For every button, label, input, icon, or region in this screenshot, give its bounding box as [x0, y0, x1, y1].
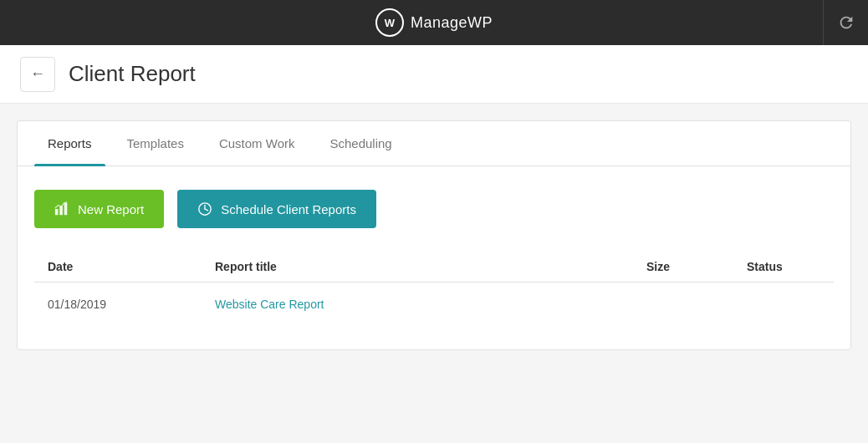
svg-line-7	[205, 209, 208, 211]
page-header: ← Client Report	[0, 45, 868, 104]
table-header-row: Date Report title Size Status	[34, 252, 834, 283]
tabs-bar: Reports Templates Custom Work Scheduling	[18, 121, 850, 166]
chart-icon	[54, 201, 69, 216]
cell-date: 01/18/2019	[34, 283, 202, 327]
managewp-logo-icon: W	[375, 8, 404, 37]
svg-rect-2	[55, 209, 59, 215]
page-title: Client Report	[69, 61, 196, 87]
navbar: W ManageWP	[0, 0, 868, 45]
cell-title: Website Care Report	[202, 283, 633, 327]
logo-text: ManageWP	[411, 14, 493, 32]
tab-content-reports: New Report Schedule Client Reports Date	[18, 166, 850, 349]
new-report-label: New Report	[78, 202, 144, 216]
clock-icon	[197, 201, 212, 216]
action-buttons: New Report Schedule Client Reports	[34, 190, 834, 228]
refresh-icon	[837, 13, 855, 32]
back-arrow-icon: ←	[30, 65, 45, 83]
tab-custom-work[interactable]: Custom Work	[206, 121, 309, 165]
content-card: Reports Templates Custom Work Scheduling…	[17, 120, 851, 350]
logo: W ManageWP	[375, 8, 493, 37]
svg-rect-4	[64, 203, 68, 215]
col-header-status: Status	[733, 252, 834, 283]
reports-table: Date Report title Size Status 01/18/2019…	[34, 252, 834, 326]
tab-scheduling[interactable]: Scheduling	[316, 121, 405, 165]
cell-status	[733, 283, 834, 327]
schedule-button[interactable]: Schedule Client Reports	[177, 190, 376, 228]
refresh-button[interactable]	[823, 0, 868, 45]
report-link[interactable]: Website Care Report	[215, 298, 324, 311]
svg-text:W: W	[385, 17, 396, 29]
new-report-button[interactable]: New Report	[34, 190, 164, 228]
tab-reports[interactable]: Reports	[34, 121, 105, 165]
tab-templates[interactable]: Templates	[114, 121, 197, 165]
main-content: Reports Templates Custom Work Scheduling…	[0, 104, 868, 367]
schedule-label: Schedule Client Reports	[221, 202, 356, 216]
back-button[interactable]: ←	[20, 57, 55, 92]
cell-size	[633, 283, 733, 327]
table-row: 01/18/2019 Website Care Report	[34, 283, 834, 327]
col-header-date: Date	[34, 252, 202, 283]
col-header-size: Size	[633, 252, 733, 283]
col-header-title: Report title	[202, 252, 633, 283]
